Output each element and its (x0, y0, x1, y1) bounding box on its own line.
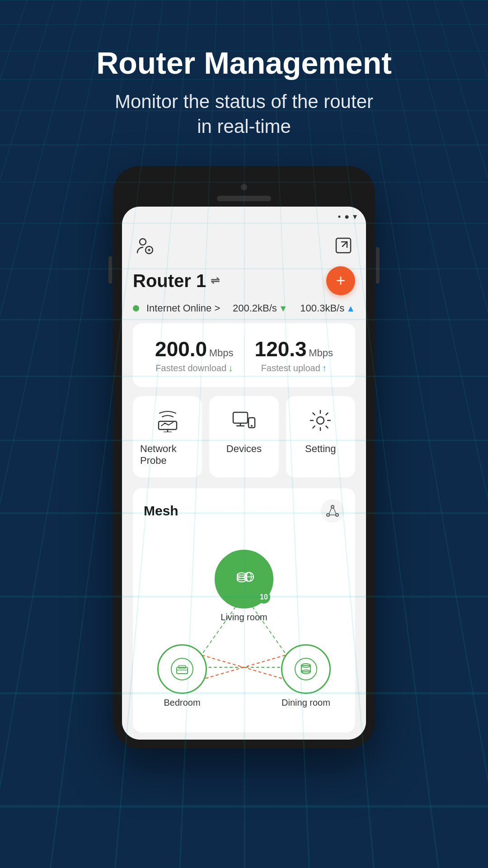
router-title-row: Router 1 ⇌ + (133, 266, 355, 295)
dining-room-node[interactable]: Dining room (281, 644, 331, 708)
download-speed: 200.2kB/s ▼ (233, 302, 288, 314)
volume-button (108, 256, 112, 283)
bedroom-icon (157, 644, 207, 694)
setting-card[interactable]: Setting (286, 396, 355, 477)
signal-icon: ▪ (338, 212, 341, 222)
svg-point-0 (140, 239, 146, 245)
page-subtitle: Monitor the status of the routerin real-… (0, 90, 488, 139)
upload-value: 120.3 Mbps (249, 337, 339, 361)
upload-indicator-icon: ↑ (322, 363, 327, 373)
online-indicator (133, 305, 139, 311)
share-button[interactable] (332, 234, 355, 257)
bedroom-node[interactable]: Bedroom (157, 644, 207, 708)
svg-point-14 (317, 417, 324, 424)
living-room-node[interactable]: 10 Living room (215, 550, 273, 623)
devices-icon (232, 409, 256, 437)
wifi-icon: ● (344, 212, 349, 222)
speed-card: 200.0 Mbps Fastest download ↓ 120.3 Mbps (133, 323, 355, 387)
svg-point-13 (251, 425, 253, 427)
mesh-options-button[interactable] (321, 499, 344, 523)
phone-top-bar (122, 175, 366, 207)
page-title: Router Management (0, 45, 488, 80)
mesh-title: Mesh (144, 503, 178, 519)
svg-point-36 (295, 658, 317, 680)
phone-mockup: ▪ ● ▾ (0, 166, 488, 749)
swap-icon: ⇌ (211, 274, 220, 287)
svg-line-19 (333, 508, 336, 514)
status-bar: ▪ ● ▾ (122, 207, 366, 226)
power-button (376, 247, 380, 283)
camera-dot (241, 184, 247, 190)
dining-room-icon (281, 644, 331, 694)
network-probe-card[interactable]: Network Probe (133, 396, 202, 477)
download-indicator-icon: ↓ (228, 363, 233, 373)
download-stat: 200.0 Mbps Fastest download ↓ (149, 337, 239, 373)
speaker-grille (217, 196, 271, 201)
phone-screen: ▪ ● ▾ (122, 207, 366, 740)
network-probe-icon (156, 409, 179, 437)
device-count-badge: 10 (258, 591, 270, 604)
speed-divider (244, 337, 244, 373)
svg-point-33 (171, 658, 193, 680)
battery-icon: ▾ (353, 212, 357, 222)
app-content: Router 1 ⇌ + Internet Online > 200.2kB/s… (122, 226, 366, 740)
network-probe-label: Network Probe (140, 443, 195, 467)
action-cards: Network Probe Devices (133, 396, 355, 477)
download-label: Fastest download ↓ (149, 363, 239, 373)
setting-label: Setting (305, 443, 336, 455)
setting-icon (309, 409, 332, 437)
living-room-icon: 10 (215, 550, 273, 609)
status-row: Internet Online > 200.2kB/s ▼ 100.3kB/s … (133, 302, 355, 314)
mesh-topology: 10 Living room (144, 532, 344, 722)
svg-line-18 (329, 508, 332, 514)
online-status: Internet Online > (146, 302, 220, 314)
upload-label: Fastest upload ↑ (249, 363, 339, 373)
header-section: Router Management Monitor the status of … (0, 0, 488, 139)
upload-arrow-icon: ▲ (346, 303, 355, 314)
top-icons-row (133, 234, 355, 257)
download-value: 200.0 Mbps (149, 337, 239, 361)
svg-line-5 (343, 242, 347, 246)
mesh-header: Mesh (144, 499, 344, 523)
phone-frame: ▪ ● ▾ (113, 166, 375, 749)
user-settings-button[interactable] (133, 234, 156, 257)
add-button[interactable]: + (326, 266, 355, 295)
bedroom-label: Bedroom (164, 698, 200, 708)
dining-room-label: Dining room (282, 698, 330, 708)
router-name: Router 1 ⇌ (133, 271, 220, 291)
living-room-label: Living room (221, 612, 267, 623)
devices-label: Devices (226, 443, 262, 455)
upload-stat: 120.3 Mbps Fastest upload ↑ (249, 337, 339, 373)
download-arrow-icon: ▼ (279, 303, 288, 314)
devices-card[interactable]: Devices (209, 396, 278, 477)
upload-speed: 100.3kB/s ▲ (300, 302, 355, 314)
mesh-section: Mesh (133, 488, 355, 732)
svg-rect-9 (233, 412, 248, 423)
